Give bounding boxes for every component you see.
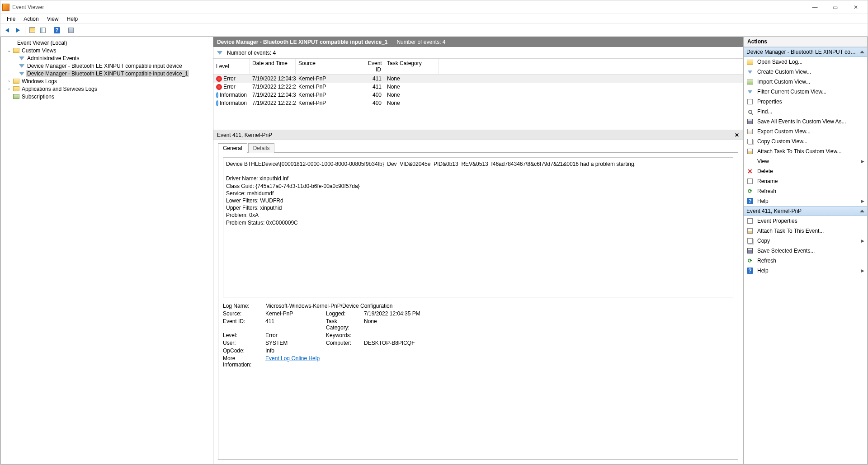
action-icon — [746, 108, 754, 115]
toolbar: ? — [0, 24, 868, 37]
action-icon — [746, 118, 754, 125]
tree-subscriptions[interactable]: Subscriptions — [2, 93, 212, 100]
close-button[interactable]: ✕ — [845, 1, 866, 14]
tree-apps-logs[interactable]: › Applications and Services Logs — [2, 85, 212, 93]
actions-pane: Actions Device Manager - Bluetooth LE XI… — [743, 37, 868, 465]
menu-view[interactable]: View — [43, 15, 62, 23]
action-icon — [746, 237, 754, 244]
info-icon — [216, 92, 218, 98]
action-icon — [746, 128, 754, 135]
tree-custom-views[interactable]: ⌄ Custom Views — [2, 47, 212, 54]
collapse-icon — [860, 51, 864, 53]
collapse-icon — [860, 210, 864, 212]
action-attach-task-to-this-event[interactable]: Attach Task To This Event... — [744, 226, 867, 236]
action-create-custom-view[interactable]: Create Custom View... — [744, 67, 867, 77]
action-event-properties[interactable]: Event Properties — [744, 216, 867, 226]
app-icon — [2, 4, 9, 11]
event-metadata: Log Name: Microsoft-Windows-Kernel-PnP/D… — [223, 303, 733, 368]
chevron-right-icon: ▶ — [861, 268, 864, 273]
event-row[interactable]: Information7/19/2022 12:22:24 PMKernel-P… — [213, 99, 743, 107]
action-icon — [746, 178, 754, 185]
action-refresh[interactable]: ⟳Refresh — [744, 186, 867, 196]
action-icon: ? — [746, 197, 754, 205]
action-save-all-events-in-custom-view-as[interactable]: Save All Events in Custom View As... — [744, 117, 867, 127]
action-icon — [746, 98, 754, 105]
action-delete[interactable]: ✕Delete — [744, 166, 867, 176]
details-close-button[interactable]: ✕ — [735, 132, 739, 138]
filter-bar: Number of events: 4 — [213, 47, 743, 59]
details-pane: Event 411, Kernel-PnP ✕ General Details … — [213, 130, 743, 464]
action-view[interactable]: View▶ — [744, 156, 867, 166]
minimize-button[interactable]: — — [805, 1, 825, 14]
action-icon — [746, 58, 754, 66]
tree-root[interactable]: Event Viewer (Local) — [2, 39, 212, 47]
col-task[interactable]: Task Category — [384, 59, 439, 74]
action-find[interactable]: Find... — [744, 107, 867, 117]
action-help[interactable]: ?Help▶ — [744, 266, 867, 276]
window-title: Event Viewer — [12, 4, 805, 10]
tree-admin-events[interactable]: Administrative Events — [2, 54, 212, 62]
actions-section-2[interactable]: Event 411, Kernel-PnP — [744, 206, 867, 216]
action-icon — [746, 138, 754, 145]
center-header: Device Manager - Bluetooth LE XINPUT com… — [213, 37, 743, 47]
filter-icon — [217, 51, 222, 55]
tab-general[interactable]: General — [218, 143, 247, 153]
action-icon — [746, 217, 754, 225]
action-attach-task-to-this-custom-view[interactable]: Attach Task To This Custom View... — [744, 146, 867, 156]
center-header-title: Device Manager - Bluetooth LE XINPUT com… — [217, 39, 387, 45]
action-copy[interactable]: Copy▶ — [744, 236, 867, 246]
col-date[interactable]: Date and Time — [250, 59, 296, 74]
chevron-right-icon: ▶ — [861, 159, 864, 164]
actions-section-1[interactable]: Device Manager - Bluetooth LE XINPUT com… — [744, 47, 867, 57]
action-import-custom-view[interactable]: Import Custom View... — [744, 77, 867, 87]
action-export-custom-view[interactable]: Export Custom View... — [744, 127, 867, 136]
event-table: Level Date and Time Source Event ID Task… — [213, 59, 743, 130]
toolbar-refresh[interactable] — [66, 25, 76, 35]
event-row[interactable]: Information7/19/2022 12:04:34 PMKernel-P… — [213, 91, 743, 99]
action-copy-custom-view[interactable]: Copy Custom View... — [744, 136, 867, 146]
action-icon — [746, 68, 754, 75]
action-rename[interactable]: Rename — [744, 176, 867, 186]
more-info-link[interactable]: Event Log Online Help — [265, 355, 320, 362]
tree-windows-logs[interactable]: › Windows Logs — [2, 77, 212, 85]
action-icon — [746, 247, 754, 254]
menu-help[interactable]: Help — [63, 15, 82, 23]
nav-forward-button[interactable] — [13, 25, 23, 35]
maximize-button[interactable]: ▭ — [825, 1, 845, 14]
action-open-saved-log[interactable]: Open Saved Log... — [744, 57, 867, 67]
action-refresh[interactable]: ⟳Refresh — [744, 256, 867, 266]
center-pane: Device Manager - Bluetooth LE XINPUT com… — [213, 37, 743, 465]
event-row[interactable]: Error7/19/2022 12:22:25 PMKernel-PnP411N… — [213, 83, 743, 91]
tree-dm2[interactable]: Device Manager - Bluetooth LE XINPUT com… — [2, 70, 212, 77]
toolbar-show-hide-tree[interactable] — [27, 25, 37, 35]
col-source[interactable]: Source — [296, 59, 365, 74]
action-properties[interactable]: Properties — [744, 97, 867, 107]
tab-details[interactable]: Details — [248, 143, 275, 153]
chevron-right-icon: ▶ — [861, 239, 864, 243]
center-header-count: Number of events: 4 — [396, 39, 445, 45]
action-icon: ⟳ — [746, 257, 754, 264]
toolbar-properties[interactable] — [38, 25, 48, 35]
tree-pane: Event Viewer (Local) ⌄ Custom Views Admi… — [0, 37, 213, 465]
action-filter-current-custom-view[interactable]: Filter Current Custom View... — [744, 87, 867, 97]
action-icon — [746, 227, 754, 235]
event-description[interactable]: Device BTHLEDevice\{00001812-0000-1000-8… — [223, 157, 733, 297]
col-eventid[interactable]: Event ID — [365, 59, 384, 74]
action-help[interactable]: ?Help▶ — [744, 196, 867, 206]
action-icon — [746, 88, 754, 95]
details-header-title: Event 411, Kernel-PnP — [217, 132, 272, 138]
action-icon — [746, 148, 754, 155]
filter-count: Number of events: 4 — [227, 50, 276, 56]
action-save-selected-events[interactable]: Save Selected Events... — [744, 246, 867, 256]
menu-action[interactable]: Action — [20, 15, 42, 23]
tree-dm1[interactable]: Device Manager - Bluetooth LE XINPUT com… — [2, 62, 212, 70]
event-table-header[interactable]: Level Date and Time Source Event ID Task… — [213, 59, 743, 75]
col-level[interactable]: Level — [213, 59, 250, 74]
toolbar-help[interactable]: ? — [52, 25, 62, 35]
info-icon — [216, 100, 218, 106]
menu-file[interactable]: File — [3, 15, 19, 23]
event-row[interactable]: Error7/19/2022 12:04:35 PMKernel-PnP411N… — [213, 75, 743, 83]
action-icon: ✕ — [746, 168, 754, 175]
nav-back-button[interactable] — [2, 25, 12, 35]
actions-title: Actions — [744, 37, 867, 47]
